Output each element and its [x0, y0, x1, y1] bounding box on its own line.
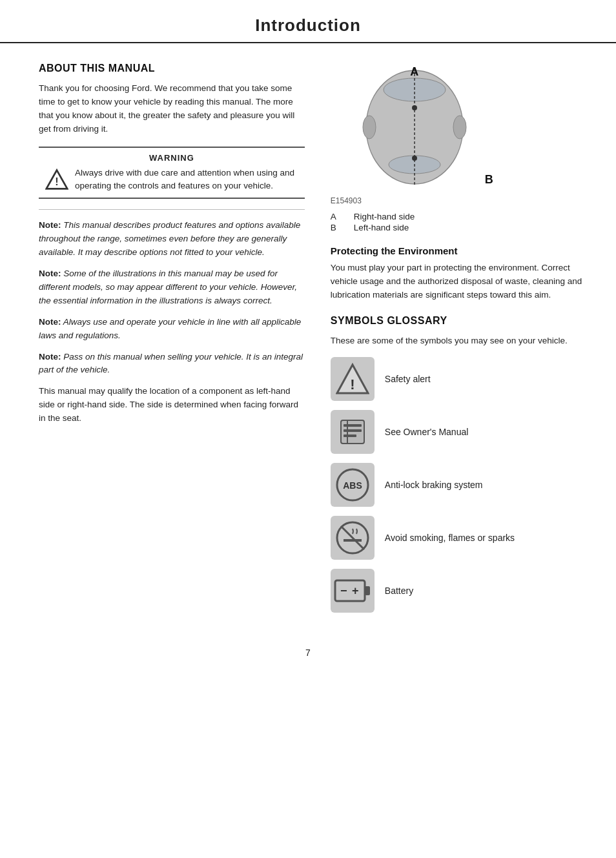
svg-point-8 — [412, 105, 417, 110]
svg-text:!: ! — [350, 376, 354, 393]
warning-content: ! Always drive with due care and attenti… — [45, 167, 298, 193]
symbol-label-battery: Battery — [385, 586, 413, 596]
diagram-key-row-b: B Left-hand side — [331, 223, 415, 232]
note-4: Note: Pass on this manual when selling y… — [39, 351, 305, 378]
safety-alert-icon: ! — [331, 357, 375, 401]
key-desc-b: Left-hand side — [354, 223, 409, 232]
svg-point-9 — [412, 156, 417, 161]
svg-rect-15 — [344, 434, 356, 437]
note-2-text: Some of the illustrations in this manual… — [39, 269, 297, 305]
protecting-text: You must play your part in protecting th… — [331, 261, 584, 302]
symbols-glossary: SYMBOLS GLOSSARY These are some of the s… — [331, 315, 584, 613]
right-column: A — [331, 63, 584, 622]
symbols-intro: These are some of the symbols you may se… — [331, 334, 584, 348]
abs-svg: ABS — [334, 467, 371, 503]
svg-rect-22 — [335, 580, 365, 601]
key-letter-a: A — [331, 212, 344, 221]
book-svg — [336, 415, 369, 449]
divider-1 — [39, 209, 305, 210]
symbol-label-manual: See Owner's Manual — [385, 427, 469, 437]
svg-point-5 — [363, 116, 376, 139]
warning-triangle-icon: ! — [45, 168, 68, 191]
protect-section: Protecting the Environment You must play… — [331, 245, 584, 302]
page-container: Introduction ABOUT THIS MANUAL Thank you… — [0, 0, 616, 858]
note-2-label: Note: — [39, 269, 61, 278]
svg-text:+: + — [352, 584, 359, 597]
protecting-heading: Protecting the Environment — [331, 245, 584, 256]
note-3-text: Always use and operate your vehicle in l… — [39, 317, 301, 340]
svg-rect-13 — [344, 424, 362, 427]
page-title: Introduction — [255, 15, 361, 35]
battery-icon: − + — [331, 569, 375, 613]
diagram-caption: E154903 — [331, 196, 362, 205]
note-1: Note: This manual describes product feat… — [39, 219, 305, 260]
main-content: ABOUT THIS MANUAL Thank you for choosing… — [0, 43, 616, 641]
key-desc-a: Right-hand side — [354, 212, 415, 221]
page-number: 7 — [0, 641, 616, 671]
diagram-key: A Right-hand side B Left-hand side — [331, 212, 415, 234]
about-intro-text: Thank you for choosing Ford. We recommen… — [39, 82, 305, 136]
note-3: Note: Always use and operate your vehicl… — [39, 316, 305, 343]
no-smoke-icon — [331, 516, 375, 560]
note-2: Note: Some of the illustrations in this … — [39, 267, 305, 308]
note-1-text: This manual describes product features a… — [39, 220, 300, 257]
diagram-label-a: A — [410, 65, 418, 79]
svg-rect-23 — [365, 586, 370, 595]
location-text: This manual may qualify the location of … — [39, 385, 305, 425]
left-column: ABOUT THIS MANUAL Thank you for choosing… — [39, 63, 305, 622]
diagram-wrapper: A — [331, 63, 498, 194]
abs-icon: ABS — [331, 463, 375, 507]
diagram-label-b: B — [485, 173, 493, 187]
page-header: Introduction — [0, 0, 616, 43]
vehicle-diagram-svg — [331, 63, 498, 192]
warning-title: WARNING — [45, 153, 298, 163]
symbol-label-abs: Anti-lock braking system — [385, 480, 483, 490]
symbol-item-battery: − + Battery — [331, 569, 584, 613]
symbols-heading: SYMBOLS GLOSSARY — [331, 315, 584, 327]
symbol-item-manual: See Owner's Manual — [331, 410, 584, 454]
note-4-text: Pass on this manual when selling your ve… — [39, 352, 303, 375]
symbol-item-nosmoke: Avoid smoking, flames or sparks — [331, 516, 584, 560]
note-3-label: Note: — [39, 317, 61, 327]
warning-text: Always drive with due care and attention… — [75, 167, 298, 193]
note-4-label: Note: — [39, 352, 61, 362]
note-1-label: Note: — [39, 220, 61, 230]
symbol-label-safety: Safety alert — [385, 374, 431, 384]
no-smoke-svg — [334, 520, 371, 556]
symbol-item-safety: ! Safety alert — [331, 357, 584, 401]
diagram-key-row-a: A Right-hand side — [331, 212, 415, 221]
owners-manual-icon — [331, 410, 375, 454]
svg-point-6 — [453, 116, 466, 139]
symbol-item-abs: ABS Anti-lock braking system — [331, 463, 584, 507]
svg-rect-14 — [344, 429, 362, 432]
about-heading: ABOUT THIS MANUAL — [39, 63, 305, 74]
diagram-section: A — [331, 63, 584, 245]
battery-svg: − + — [334, 578, 371, 604]
key-letter-b: B — [331, 223, 344, 232]
svg-text:ABS: ABS — [343, 480, 362, 491]
symbol-label-nosmoke: Avoid smoking, flames or sparks — [385, 533, 515, 543]
warning-box: WARNING ! Always drive with due care and… — [39, 147, 305, 199]
svg-text:!: ! — [55, 176, 58, 187]
svg-text:−: − — [340, 584, 347, 597]
safety-triangle-svg: ! — [336, 362, 369, 396]
